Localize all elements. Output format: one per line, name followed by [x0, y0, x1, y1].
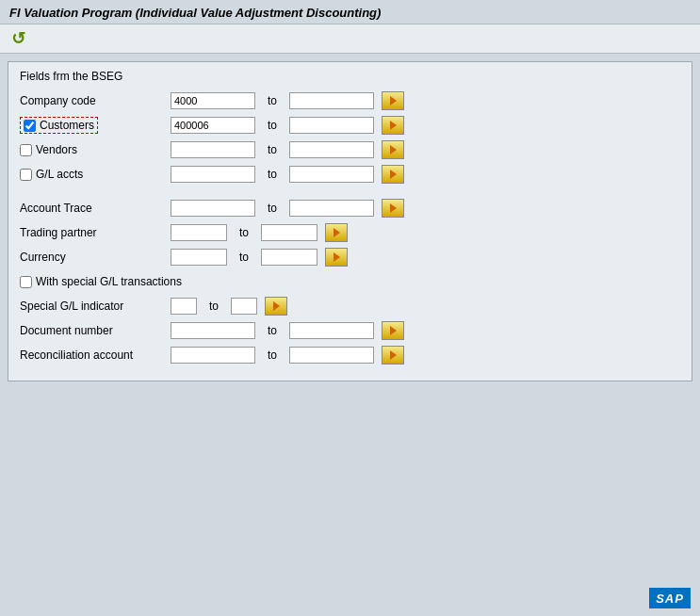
currency-from-input[interactable] — [171, 249, 227, 266]
special-gl-indicator-to-label: to — [206, 300, 221, 313]
company-code-to-input[interactable] — [289, 92, 374, 109]
gl-accts-from-input[interactable] — [171, 166, 255, 183]
reconciliation-account-to-label: to — [265, 349, 280, 362]
vendors-row: Vendors to — [20, 139, 680, 160]
account-trace-from-input[interactable] — [171, 200, 255, 217]
select-arrow-icon — [390, 96, 397, 105]
gl-accts-to-label: to — [265, 168, 280, 181]
special-gl-indicator-select-btn[interactable] — [265, 297, 287, 316]
reconciliation-account-from-input[interactable] — [171, 347, 255, 364]
document-number-row: Document number to — [20, 320, 680, 341]
currency-row: Currency to — [20, 247, 680, 267]
document-number-from-input[interactable] — [171, 322, 255, 339]
select-arrow-icon — [334, 228, 340, 237]
vendors-from-input[interactable] — [171, 141, 255, 158]
customers-select-btn[interactable] — [382, 116, 404, 135]
account-trace-label: Account Trace — [20, 202, 171, 215]
special-gl-checkbox-row: With special G/L transactions — [20, 271, 680, 292]
sap-logo: SAP — [649, 588, 691, 608]
vendors-to-input[interactable] — [289, 141, 374, 158]
title-bar: FI Valuation Program (Individual Value A… — [0, 0, 700, 24]
reconciliation-account-label: Reconciliation account — [20, 349, 171, 362]
reconciliation-account-row: Reconciliation account to — [20, 345, 680, 365]
company-code-label: Company code — [20, 94, 171, 107]
account-trace-select-btn[interactable] — [382, 199, 404, 218]
gl-accts-label: G/L accts — [20, 168, 171, 181]
special-gl-indicator-label: Special G/L indicator — [20, 300, 171, 313]
special-gl-checkbox[interactable] — [20, 276, 32, 288]
company-code-select-btn[interactable] — [382, 91, 404, 110]
bseg-fieldset: Fields frm the BSEG Company code to Cust… — [8, 61, 692, 381]
document-number-label: Document number — [20, 324, 171, 337]
currency-to-label: to — [236, 251, 252, 264]
page-title: FI Valuation Program (Individual Value A… — [9, 6, 381, 20]
special-gl-indicator-to-input[interactable] — [231, 298, 257, 315]
select-arrow-icon — [390, 170, 397, 179]
select-arrow-icon — [390, 203, 397, 213]
select-arrow-icon — [390, 121, 397, 130]
company-code-to-label: to — [265, 94, 280, 107]
customers-from-input[interactable] — [171, 117, 255, 134]
currency-to-input[interactable] — [261, 249, 317, 266]
vendors-checkbox[interactable] — [20, 144, 32, 156]
gl-accts-row: G/L accts to — [20, 164, 680, 185]
account-trace-to-input[interactable] — [289, 200, 374, 217]
trading-partner-to-label: to — [236, 226, 252, 239]
document-number-select-btn[interactable] — [382, 321, 404, 340]
company-code-row: Company code to — [20, 90, 680, 111]
account-trace-to-label: to — [265, 202, 280, 215]
select-arrow-icon — [390, 326, 397, 335]
company-code-from-input[interactable] — [171, 92, 255, 109]
customers-label: Customers — [20, 117, 171, 134]
reconciliation-account-select-btn[interactable] — [382, 346, 404, 365]
select-arrow-icon — [273, 301, 280, 311]
trading-partner-from-input[interactable] — [171, 224, 227, 241]
gl-accts-to-input[interactable] — [289, 166, 374, 183]
reconciliation-account-to-input[interactable] — [289, 347, 374, 364]
customers-to-input[interactable] — [289, 117, 374, 134]
select-arrow-icon — [390, 350, 397, 360]
customers-checkbox[interactable] — [24, 120, 36, 132]
account-trace-row: Account Trace to — [20, 198, 680, 219]
gl-accts-select-btn[interactable] — [382, 165, 404, 184]
trading-partner-label: Trading partner — [20, 226, 171, 239]
fieldset-legend: Fields frm the BSEG — [20, 70, 680, 83]
trading-partner-select-btn[interactable] — [325, 223, 348, 242]
toolbar: ↺ — [0, 24, 700, 54]
document-number-to-label: to — [265, 324, 280, 337]
trading-partner-to-input[interactable] — [261, 224, 317, 241]
customers-row: Customers to — [20, 115, 680, 136]
vendors-to-label: to — [265, 143, 280, 156]
refresh-icon[interactable]: ↺ — [8, 28, 28, 49]
vendors-select-btn[interactable] — [382, 140, 404, 159]
customers-dashed-box: Customers — [20, 117, 98, 134]
trading-partner-row: Trading partner to — [20, 222, 680, 243]
special-gl-checkbox-label: With special G/L transactions — [20, 275, 182, 288]
customers-to-label: to — [265, 119, 280, 132]
special-gl-indicator-from-input[interactable] — [171, 298, 197, 315]
gl-accts-checkbox[interactable] — [20, 169, 32, 181]
currency-select-btn[interactable] — [325, 248, 348, 267]
select-arrow-icon — [390, 145, 397, 154]
currency-label: Currency — [20, 251, 171, 264]
special-gl-indicator-row: Special G/L indicator to — [20, 296, 680, 316]
select-arrow-icon — [334, 252, 340, 262]
document-number-to-input[interactable] — [289, 322, 374, 339]
vendors-label: Vendors — [20, 143, 171, 156]
